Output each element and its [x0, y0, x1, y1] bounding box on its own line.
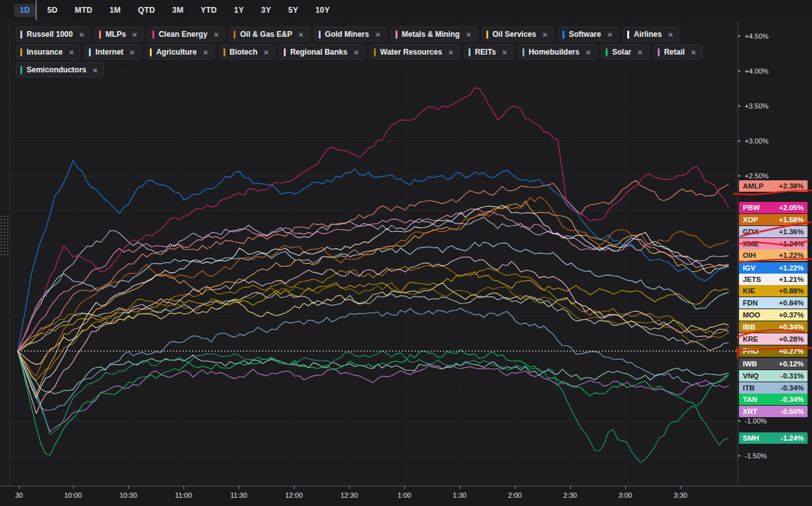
ticker-symbol: FDN: [743, 299, 758, 307]
chart-plot[interactable]: [0, 21, 812, 486]
close-icon[interactable]: ×: [668, 30, 673, 39]
close-icon[interactable]: ×: [298, 30, 303, 39]
ticker-change: -1.24%: [781, 434, 804, 442]
series-color-bar: [562, 30, 564, 39]
series-chip[interactable]: Biotech ×: [219, 44, 276, 60]
series-chip-label: Russell 1000: [27, 30, 73, 39]
series-color-bar: [319, 30, 321, 39]
close-icon[interactable]: ×: [502, 48, 507, 57]
ticker-badge[interactable]: SMH -1.24%: [739, 432, 808, 444]
time-range-button[interactable]: 1Y: [229, 4, 250, 17]
ticker-badge[interactable]: XME +1.24%: [739, 238, 808, 250]
y-axis-label: -1.00%: [745, 417, 767, 425]
close-icon[interactable]: ×: [264, 48, 269, 57]
ticker-badge[interactable]: JETS +1.21%: [739, 274, 808, 285]
series-chip[interactable]: Russell 1000 ×: [16, 27, 90, 42]
time-range-button[interactable]: YTD: [195, 4, 223, 17]
close-icon[interactable]: ×: [542, 30, 547, 39]
x-axis-label: 10:30: [119, 491, 137, 499]
y-axis-label: +2.50%: [745, 172, 769, 180]
ticker-badge[interactable]: KRE +0.28%: [739, 333, 808, 345]
close-icon[interactable]: ×: [375, 30, 380, 39]
series-color-bar: [223, 48, 225, 57]
ticker-badge[interactable]: OIH +1.22%: [739, 250, 808, 261]
close-icon[interactable]: ×: [93, 66, 98, 74]
series-color-bar: [234, 30, 236, 39]
series-chip[interactable]: Gold Miners ×: [314, 27, 387, 42]
time-range-button[interactable]: 1M: [103, 4, 126, 17]
close-icon[interactable]: ×: [69, 48, 74, 57]
ticker-badge[interactable]: GDX +1.36%: [739, 226, 808, 237]
time-range-button[interactable]: 1D: [14, 4, 36, 17]
ticker-badge[interactable]: FDN +0.84%: [739, 297, 808, 309]
ticker-badge[interactable]: KIE +0.88%: [739, 285, 808, 296]
series-chip[interactable]: REITs ×: [464, 44, 514, 60]
close-icon[interactable]: ×: [608, 30, 613, 39]
ticker-badge[interactable]: IWB +0.12%: [739, 358, 808, 370]
ticker-badge[interactable]: VNQ -0.31%: [739, 370, 808, 382]
ticker-change: +0.88%: [779, 287, 804, 295]
series-color-bar: [486, 30, 488, 39]
close-icon[interactable]: ×: [637, 48, 642, 57]
time-range-button[interactable]: 3Y: [255, 4, 277, 17]
series-chip-label: Clean Energy: [159, 30, 208, 39]
x-axis-tick: [515, 486, 516, 489]
close-icon[interactable]: ×: [203, 48, 208, 57]
series-chip[interactable]: Software ×: [558, 27, 618, 42]
series-chip[interactable]: Water Resources ×: [369, 44, 460, 60]
series-chip[interactable]: Airlines ×: [623, 27, 679, 42]
ticker-badge[interactable]: ITB -0.34%: [739, 382, 808, 394]
x-axis-tick: [625, 486, 626, 489]
ticker-symbol: XRT: [743, 408, 757, 415]
close-icon[interactable]: ×: [691, 48, 696, 57]
ticker-change: +1.58%: [779, 216, 804, 223]
series-chip-label: Biotech: [230, 48, 258, 57]
series-chip[interactable]: Metals & Mining ×: [391, 27, 477, 42]
time-range-button[interactable]: 10Y: [310, 4, 336, 17]
close-icon[interactable]: ×: [466, 30, 471, 39]
close-icon[interactable]: ×: [79, 30, 84, 39]
ticker-badge[interactable]: MOO +0.37%: [739, 309, 808, 321]
ticker-change: -0.50%: [781, 408, 804, 415]
time-range-button[interactable]: 3M: [166, 4, 189, 17]
ticker-badge[interactable]: AMLP +2.38%: [739, 180, 808, 192]
ticker-badge[interactable]: PHO +0.27%: [739, 345, 808, 357]
x-axis-label: 30: [15, 491, 23, 499]
series-chip[interactable]: Insurance ×: [16, 44, 80, 60]
series-chip-label: MLPs: [105, 30, 126, 39]
ticker-symbol: MOO: [743, 311, 760, 319]
ticker-badge[interactable]: XOP +1.58%: [739, 214, 808, 225]
ticker-badge[interactable]: PBW +2.05%: [739, 202, 808, 213]
ticker-badge[interactable]: XRT -0.50%: [739, 406, 808, 417]
series-chip[interactable]: Semiconductors ×: [16, 62, 104, 77]
series-chip[interactable]: Regional Banks ×: [279, 44, 365, 60]
close-icon[interactable]: ×: [586, 48, 591, 57]
series-chip[interactable]: Internet ×: [84, 44, 141, 60]
time-range-button[interactable]: 5D: [41, 4, 63, 17]
series-chip[interactable]: Agriculture ×: [145, 44, 215, 60]
ticker-badge[interactable]: IGV +1.22%: [739, 262, 808, 274]
close-icon[interactable]: ×: [354, 48, 359, 57]
time-range-button[interactable]: QTD: [132, 4, 161, 17]
chip-row: Russell 1000 × MLPs × Clean Energy × Oil…: [16, 27, 679, 42]
series-color-bar: [20, 48, 22, 57]
ticker-change: -0.34%: [781, 396, 804, 403]
series-chip[interactable]: Retail ×: [653, 44, 702, 60]
ticker-symbol: KRE: [743, 335, 758, 343]
time-range-button[interactable]: 5Y: [283, 4, 304, 17]
series-chip[interactable]: MLPs ×: [95, 27, 143, 42]
series-chip[interactable]: Solar ×: [601, 44, 649, 60]
y-axis-label: -1.50%: [745, 452, 767, 460]
ticker-badge[interactable]: IBB +0.34%: [739, 321, 808, 333]
series-chip[interactable]: Clean Energy ×: [148, 27, 225, 42]
series-chip[interactable]: Oil & Gas E&P ×: [229, 27, 310, 42]
close-icon[interactable]: ×: [214, 30, 219, 39]
series-chip[interactable]: Oil Services ×: [482, 27, 554, 42]
close-icon[interactable]: ×: [132, 30, 137, 39]
time-range-button[interactable]: MTD: [69, 4, 98, 17]
series-chip[interactable]: Homebuilders ×: [518, 44, 597, 60]
close-icon[interactable]: ×: [130, 48, 135, 57]
ticker-badge[interactable]: TAN -0.34%: [739, 394, 808, 405]
close-icon[interactable]: ×: [448, 48, 453, 57]
ticker-symbol: SMH: [743, 434, 759, 442]
